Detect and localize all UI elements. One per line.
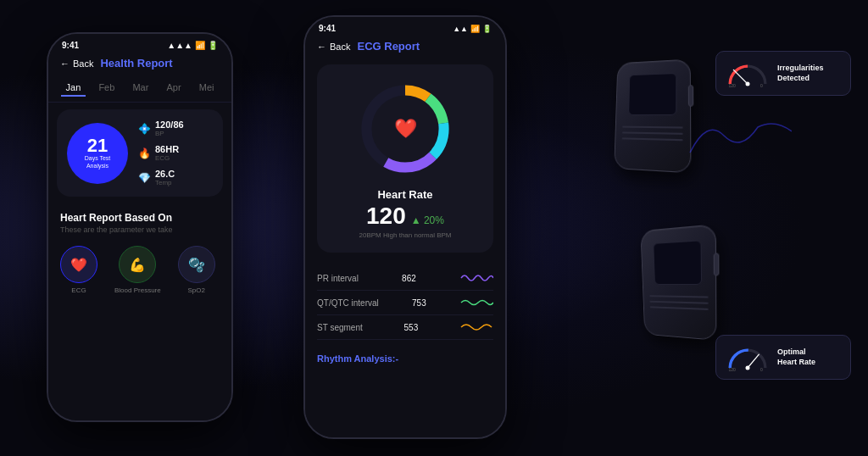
- device-body-2: [640, 224, 716, 341]
- status-icons-left: ▲▲▲ 📶 🔋: [167, 41, 218, 50]
- device-screen-1: [628, 73, 676, 115]
- heart-icon-donut: ❤️: [394, 118, 417, 140]
- svg-text:0: 0: [760, 367, 763, 372]
- stat-hr: 🔥 86HR ECG: [138, 144, 184, 162]
- tab-mei[interactable]: Mei: [194, 80, 220, 97]
- device-button-2: [714, 253, 720, 275]
- spo2-icon: 🫧: [188, 257, 205, 273]
- back-arrow-left: ←: [60, 58, 70, 69]
- gauge-top-label: Irregularities Detected: [777, 64, 824, 83]
- connector-wave: [682, 110, 792, 161]
- tab-jan[interactable]: Jan: [61, 80, 86, 97]
- center-phone: 9:41 ▲▲ 📶 🔋 ← Back ECG Report: [303, 15, 507, 439]
- left-phone: 9:41 ▲▲▲ 📶 🔋 ← Back Health Report Jan Fe…: [47, 32, 233, 422]
- nav-title-center: ECG Report: [357, 40, 420, 53]
- nav-bar-left: ← Back Health Report: [48, 53, 231, 75]
- tab-apr[interactable]: Apr: [162, 80, 186, 97]
- qt-wave: [459, 295, 493, 310]
- svg-point-6: [746, 82, 750, 86]
- svg-point-10: [746, 366, 750, 370]
- pr-value: 862: [402, 274, 416, 283]
- heart-rate-percent: ▲ 20%: [411, 214, 444, 226]
- pr-wave: [459, 270, 493, 286]
- back-button-left[interactable]: ← Back: [60, 58, 93, 69]
- devices-area: 120 0 Irregularities Detected 120 0 Opti…: [614, 25, 851, 431]
- interval-st: ST segment 553: [317, 315, 493, 340]
- param-bp[interactable]: 💪 Blood Pressure: [114, 246, 161, 294]
- param-spo2[interactable]: 🫧 SpO2: [178, 246, 215, 294]
- heart-rate-number: 120: [366, 203, 406, 230]
- status-bar-center: 9:41 ▲▲ 📶 🔋: [305, 17, 505, 36]
- heart-section-sub: These are the parameter we take: [48, 225, 231, 241]
- svg-line-9: [748, 354, 759, 368]
- back-button-center[interactable]: ← Back: [317, 42, 350, 52]
- time-center: 9:41: [319, 24, 336, 33]
- svg-text:0: 0: [760, 83, 763, 88]
- pr-name: PR interval: [317, 274, 359, 283]
- svg-text:120: 120: [729, 367, 737, 372]
- time-left: 9:41: [62, 41, 79, 50]
- param-icons: ❤️ ECG 💪 Blood Pressure 🫧 SpO2: [48, 241, 231, 299]
- gauge-svg-top: 120 0: [726, 58, 769, 88]
- nav-title-left: Health Report: [100, 57, 172, 70]
- rhythm-analysis-link[interactable]: Rhythm Analysis:-: [305, 347, 505, 370]
- device-body-1: [614, 59, 691, 174]
- ecg-label: ECG: [71, 286, 86, 294]
- stat-bp: 💠 120/86 BP: [138, 120, 184, 137]
- center-phone-screen: 9:41 ▲▲ 📶 🔋 ← Back ECG Report: [305, 17, 505, 437]
- st-value: 553: [404, 323, 419, 332]
- heart-rate-label: Heart Rate: [377, 188, 432, 201]
- ecg-intervals: PR interval 862 QT/QTC interval 753 ST s…: [305, 259, 505, 347]
- device-screen-2: [653, 240, 702, 285]
- gauge-svg-bottom: 120 0: [726, 342, 769, 372]
- bp-icon: 💠: [138, 123, 150, 135]
- status-icons-center: ▲▲ 📶 🔋: [453, 25, 492, 33]
- ecg-icon-circle: ❤️: [60, 246, 97, 283]
- left-phone-screen: 9:41 ▲▲▲ 📶 🔋 ← Back Health Report Jan Fe…: [48, 34, 231, 420]
- ecg-icon: ❤️: [70, 257, 87, 273]
- hr-value: 86HR: [155, 144, 179, 154]
- interval-pr: PR interval 862: [317, 266, 493, 291]
- bp-param-label: Blood Pressure: [114, 286, 161, 294]
- gauge-card-top: 120 0 Irregularities Detected: [715, 51, 851, 96]
- st-wave: [459, 320, 493, 335]
- heart-section-title: Heart Report Based On: [48, 203, 231, 225]
- stats-card: 21 Days TestAnalysis 💠 120/86 BP 🔥 86HR …: [57, 109, 223, 197]
- month-tabs: Jan Feb Mar Apr Mei: [48, 75, 231, 103]
- bp-label: BP: [155, 130, 184, 137]
- days-circle: 21 Days TestAnalysis: [67, 123, 128, 184]
- ecg-chart-area: ❤️ Heart Rate 120 ▲ 20% 20BPM High than …: [317, 64, 493, 253]
- back-arrow-center: ←: [317, 42, 326, 52]
- days-label: Days TestAnalysis: [85, 155, 111, 170]
- device-2: [639, 229, 715, 339]
- bp-icon-circle: 💪: [119, 246, 156, 283]
- temp-label: Temp: [155, 179, 175, 186]
- donut-chart: ❤️: [354, 78, 456, 180]
- status-bar-left: 9:41 ▲▲▲ 📶 🔋: [48, 34, 231, 53]
- gauge-bottom-label: Optimal Heart Rate: [777, 348, 815, 367]
- tab-feb[interactable]: Feb: [93, 80, 120, 97]
- svg-text:120: 120: [729, 83, 737, 88]
- stat-temp: 💎 26.C Temp: [138, 169, 184, 186]
- st-name: ST segment: [317, 323, 363, 332]
- bp-value: 120/86: [155, 120, 184, 130]
- qt-name: QT/QTC interval: [317, 298, 379, 308]
- hr-icon: 🔥: [138, 147, 150, 159]
- spo2-label: SpO2: [187, 286, 204, 294]
- temp-value: 26.C: [155, 169, 175, 179]
- temp-icon: 💎: [138, 172, 150, 184]
- heart-rate-value-row: 120 ▲ 20%: [366, 203, 444, 230]
- param-ecg[interactable]: ❤️ ECG: [60, 246, 97, 294]
- spo2-icon-circle: 🫧: [178, 246, 215, 283]
- interval-qt: QT/QTC interval 753: [317, 291, 493, 315]
- days-number: 21: [87, 136, 108, 155]
- stats-items: 💠 120/86 BP 🔥 86HR ECG 💎 2: [138, 120, 184, 186]
- device-1: [614, 59, 690, 170]
- nav-bar-center: ← Back ECG Report: [305, 36, 505, 58]
- svg-line-5: [733, 70, 748, 84]
- gauge-card-bottom: 120 0 Optimal Heart Rate: [715, 335, 851, 380]
- heart-rate-desc: 20BPM High than normal BPM: [359, 231, 452, 239]
- hr-label: ECG: [155, 154, 179, 162]
- tab-mar[interactable]: Mar: [127, 80, 153, 97]
- device-button-1: [688, 85, 693, 107]
